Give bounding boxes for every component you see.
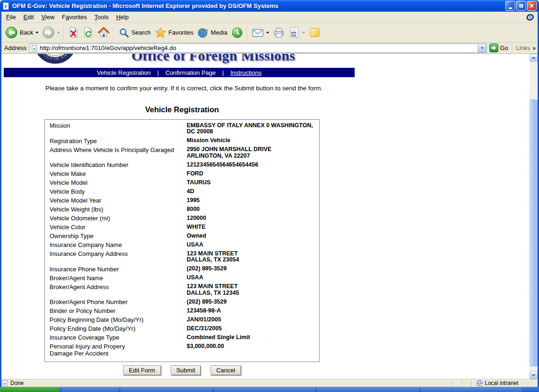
field-value: 1212345654564654654456: [184, 160, 319, 169]
field-label: Mission: [45, 121, 184, 137]
nav-item-vehicle-registration[interactable]: Vehicle Registration: [95, 69, 153, 76]
nav-item-instructions[interactable]: Instructions: [228, 69, 263, 76]
field-value: $3,000,000.00: [184, 342, 319, 358]
history-icon: [231, 27, 243, 39]
menu-edit[interactable]: Edit: [20, 12, 37, 22]
field-value: (202) 895-3529: [184, 298, 319, 306]
home-button[interactable]: [95, 25, 112, 40]
go-button[interactable]: Go: [489, 44, 508, 52]
taskbar-button[interactable]: [62, 387, 119, 392]
taskbar-button[interactable]: [421, 387, 523, 392]
site-title: Office of Foreign Missions: [131, 54, 295, 64]
field-label: Vehicle Weight (lbs): [45, 205, 184, 214]
links-label: Links: [516, 44, 530, 51]
minimize-button[interactable]: [505, 1, 515, 11]
menu-file[interactable]: File: [2, 12, 20, 22]
address-url[interactable]: http://ofmsntsorw1:7010/eGov/app/vehicle…: [40, 44, 478, 51]
start-button[interactable]: [0, 387, 59, 392]
favorites-button[interactable]: Favorites: [153, 25, 195, 40]
word-edit-icon: W: [289, 27, 300, 38]
field-label: Vehicle Odometer (mi): [45, 214, 184, 223]
close-button[interactable]: ✕: [527, 1, 537, 11]
field-value: USAA: [184, 274, 319, 283]
table-row: Insurance Company NameUSAA: [45, 240, 319, 249]
edit-with-word-button[interactable]: W: [287, 25, 307, 40]
mail-button[interactable]: [250, 26, 271, 39]
window-border-left: [0, 12, 1, 387]
svg-text:W: W: [292, 32, 296, 36]
field-label: Vehicle Model: [45, 178, 184, 187]
field-label: Insurance Phone Number: [45, 265, 184, 274]
field-label: Insurance Coverage Type: [45, 333, 184, 342]
refresh-button[interactable]: [81, 25, 95, 40]
history-button[interactable]: [229, 25, 245, 40]
field-label: Broker/Agent Address: [45, 283, 184, 298]
toolbar-separator: [114, 25, 115, 40]
cancel-button[interactable]: Cancel: [211, 365, 240, 375]
table-row: Insurance Company Address123 MAIN STREET…: [45, 249, 319, 265]
ie-document-icon: e: [2, 2, 10, 10]
stop-button[interactable]: [66, 25, 81, 40]
edit-form-button[interactable]: Edit Form: [123, 365, 160, 375]
forward-button[interactable]: [40, 25, 62, 40]
chevron-down-icon: [481, 47, 484, 49]
print-button[interactable]: [271, 26, 287, 40]
address-dropdown-button[interactable]: [478, 44, 486, 52]
taskbar-button[interactable]: [214, 387, 316, 392]
back-dropdown-icon[interactable]: [36, 32, 38, 34]
security-zone: Local intranet: [476, 380, 537, 386]
table-row: Vehicle ColorWHITE: [45, 223, 319, 232]
table-row: Binder or Policy Number123458-98-A: [45, 306, 319, 315]
field-value: Mission Vehicle: [184, 137, 319, 145]
minimize-icon: [509, 7, 512, 9]
scroll-up-button[interactable]: [530, 54, 538, 62]
chevron-up-icon: [532, 57, 536, 59]
field-value: Combined Single Limit: [184, 333, 319, 342]
mail-dropdown-icon[interactable]: [266, 32, 269, 34]
submit-button[interactable]: Submit: [171, 365, 201, 375]
field-value: 2950 JOHN MARSHALL DRIVE ARLINGTON, VA 2…: [184, 145, 319, 161]
menu-bar: FileEditViewFavoritesToolsHelp: [1, 12, 538, 23]
intranet-globe-icon: [476, 380, 483, 386]
chevron-down-icon: [532, 374, 536, 377]
field-value: (202) 895-3529: [184, 265, 319, 274]
back-button[interactable]: Back: [3, 25, 40, 40]
chevron-right-icon[interactable]: »: [532, 45, 536, 51]
menu-view[interactable]: View: [37, 12, 58, 22]
address-input[interactable]: e http://ofmsntsorw1:7010/eGov/app/vehic…: [29, 44, 487, 53]
search-button[interactable]: Search: [117, 26, 153, 40]
menu-favorites[interactable]: Favorites: [58, 12, 90, 22]
search-label: Search: [131, 29, 151, 36]
scroll-down-button[interactable]: [530, 371, 538, 379]
media-label: Media: [211, 29, 227, 36]
field-label: Broker/Agent Phone Number: [45, 298, 184, 306]
scrollbar-thumb[interactable]: [530, 100, 538, 366]
toolbar-separator: [247, 25, 248, 40]
field-value: 4D: [184, 187, 319, 196]
forward-icon: [42, 26, 55, 39]
links-bar[interactable]: Links »: [512, 44, 536, 51]
restore-button[interactable]: [516, 1, 526, 11]
media-button[interactable]: Media: [196, 25, 229, 40]
menu-help[interactable]: Help: [112, 12, 132, 22]
nav-item-confirmation-page[interactable]: Confirmation Page: [163, 69, 218, 76]
registration-table-body: MissionEMBASSY OF ITALY ANNEX 0 WASHINGT…: [45, 121, 319, 358]
taskbar-button[interactable]: [317, 387, 420, 392]
svg-text:e: e: [4, 380, 6, 385]
field-label: Binder or Policy Number: [45, 306, 184, 315]
ie-page-icon: e: [31, 45, 38, 51]
status-text: Done: [10, 380, 24, 386]
field-label: Personal Injury and Propery Damage Per A…: [45, 342, 184, 358]
field-value: 123 MAIN STREET DALLAS, TX 12345: [184, 283, 319, 298]
table-row: Vehicle Model Year1995: [45, 196, 319, 205]
windows-taskbar[interactable]: [0, 387, 539, 392]
discuss-button[interactable]: [307, 25, 322, 40]
vertical-scrollbar[interactable]: [530, 54, 538, 379]
table-row: Policy Beginning Date (Mo/Day/Yr)JAN/01/…: [45, 315, 319, 324]
intro-text: Please take a moment to confirm your ent…: [45, 85, 323, 92]
table-row: Broker/Agent NameUSAA: [45, 274, 319, 283]
taskbar-button[interactable]: [121, 387, 213, 392]
media-globe-icon: [197, 27, 209, 38]
menu-tools[interactable]: Tools: [91, 12, 112, 22]
field-label: Policy Ending Date (Mo/Day/Yr): [45, 324, 184, 333]
